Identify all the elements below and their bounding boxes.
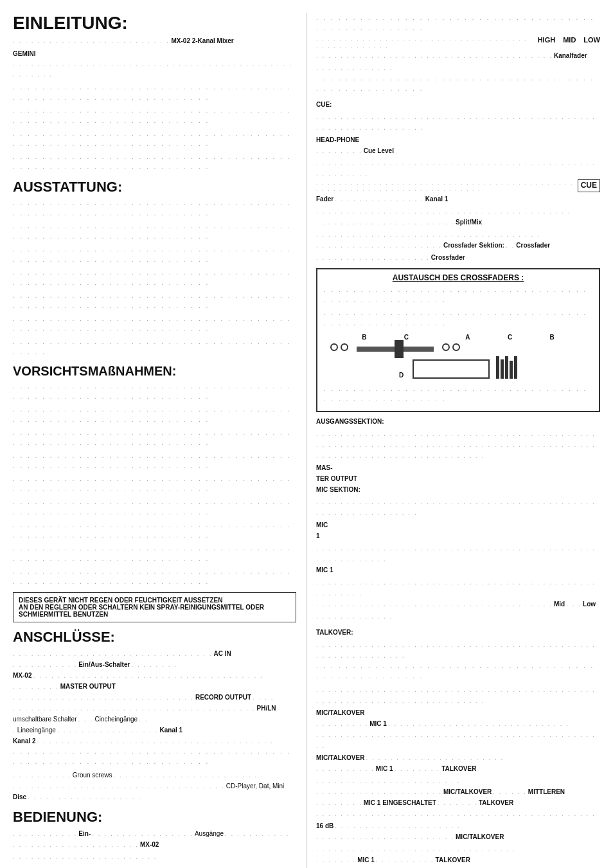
anschlusse-line11: . . . . . . . . . . . . . . . . . . . . …: [13, 781, 296, 791]
kanal1-right-ref: Kanal 1: [425, 194, 449, 204]
gemini-block: GEMINI . . . . . . . . . . . . . . . . .…: [13, 49, 296, 80]
left-column: EINLEITUNG: . . . . . . . . . . . . . . …: [13, 13, 306, 868]
hml-header: . . . . . . . . . . . . . . . . . . . . …: [316, 36, 600, 49]
comb-2: [501, 359, 504, 379]
cd-player-label: CD-Player, Dat, Mini: [226, 781, 285, 791]
comb-5: [514, 356, 517, 379]
mic1-eingeschaltet-label: MIC 1 EINGESCHALTET: [364, 797, 436, 808]
fader-kanal1-line: Fader . . . . . . . . . . . . . . . Kana…: [316, 194, 600, 217]
lineeing-label: Lineeingänge: [17, 725, 56, 736]
anschlusse-line6: . . . . . . . . . . . . . . . . . . . . …: [13, 703, 296, 714]
ac-in-label: AC IN: [214, 648, 231, 659]
anschlusse-line5: . . . . . . . . . . . . . . . . . . . . …: [13, 692, 296, 703]
bedienung-dots1: . . . . . . . . . . . . . . . . . . . . …: [13, 862, 296, 868]
vorsicht-dots7: . . . . . . . . . . . . . . . . . . . . …: [13, 520, 296, 541]
warning-text-1: DIESES GERÄT NICHT REGEN ODER FEUCHTIGKE…: [19, 597, 290, 604]
mic-talkover-line1: . . . . . . . . . . . . . . . . . . . . …: [316, 684, 600, 718]
bedienung-line2: . . . . . . . . . . . . . . . . . . . . …: [13, 839, 296, 862]
cinch-label: Cincheingänge: [94, 714, 138, 725]
anschlusse-title: ANSCHLÜSSE:: [13, 629, 296, 646]
vorsicht-dots4: . . . . . . . . . . . . . . . . . . . . …: [13, 451, 296, 471]
right-top-section: . . . . . . . . . . . . . . . . . . . . …: [316, 13, 600, 94]
cf-rect: [413, 359, 490, 379]
talkover-section: TALKOVER: . . . . . . . . . . . . . . . …: [316, 627, 600, 868]
mic1-ref: 1: [316, 530, 320, 541]
austausch-dots1: . . . . . . . . . . . . . . . . . . . . …: [324, 285, 592, 305]
anschlusse-line4: . . . . . . . . MASTER OUTPUT: [13, 681, 296, 692]
dots-2: . . . . . . . . . . . . . . . . . . . . …: [13, 59, 296, 80]
main-page: EINLEITUNG: . . . . . . . . . . . . . . …: [0, 0, 613, 868]
record-output-label: RECORD OUTPUT: [195, 692, 251, 703]
mic1-talkover2-label: MIC 1: [376, 763, 393, 774]
mic-talkover-line2: . . . . . . . . . . . . . . . . . . . . …: [316, 729, 600, 763]
ph-ln-label: PH/LN: [257, 703, 276, 714]
mx02-label: MX-02: [13, 670, 31, 681]
cf-c2-label: C: [508, 334, 512, 341]
cf-d-label: D: [399, 372, 404, 379]
vorsicht-dots8: . . . . . . . . . . . . . . . . . . . . …: [13, 543, 296, 564]
mic1-talkover-line: . . . . . . . . . MIC 1 . . . . . . . . …: [316, 718, 600, 729]
comb-3: [505, 356, 508, 379]
crossfader2-label: Crossfader: [431, 252, 465, 263]
einleitung-dots2: . . . . . . . . . . . . . . . . . . . . …: [13, 105, 296, 126]
ausstattung-dots6: . . . . . . . . . . . . . . . . . . . . …: [13, 314, 296, 334]
mic1-full-label: MIC 1: [316, 565, 333, 575]
ausgange-label: Ausgänge: [195, 828, 224, 839]
split-mix-line: . . . . . . . . . . . . . . . . . . . . …: [316, 217, 600, 240]
crossfader-diagram: B C A C B: [324, 334, 592, 379]
kanalfader-right-label: Kanalfader: [554, 50, 587, 61]
cue-label: CUE:: [316, 99, 332, 110]
anschlusse-line12: Disc . . . . . . . . . . . . . . . . . .…: [13, 791, 296, 802]
16db1-label: 16 dB: [316, 820, 333, 831]
cf-slider-handle: [395, 340, 404, 358]
disc-label: Disc: [13, 791, 26, 802]
ausstattung-dots2: . . . . . . . . . . . . . . . . . . . . …: [13, 221, 296, 242]
bedienung-line1: . . . . . . . . . . . Ein- . . . . . . .…: [13, 828, 296, 839]
crossfader-label: Crossfader: [516, 240, 550, 251]
austausch-title: AUSTAUSCH DES CROSSFADERS :: [324, 273, 592, 282]
talkover4-label: TALKOVER: [436, 854, 470, 865]
cf-comb: [496, 356, 517, 379]
talkover2-label: TALKOVER: [441, 763, 476, 774]
mic-talkover3-label: MIC/TALKOVER: [443, 786, 492, 797]
mic-talkover-mittleren-line: . . . . . . . . . . . . . . . . . . . . …: [316, 786, 600, 797]
kanalfader-right-line: . . . . . . . . . . . . . . . . . . . . …: [316, 50, 600, 73]
comb-1: [496, 356, 499, 379]
ausstattung-dots5: . . . . . . . . . . . . . . . . . . . . …: [13, 291, 296, 311]
talkover-dots1: . . . . . . . . . . . . . . . . . . . . …: [316, 661, 600, 682]
master-output-label: MASTER OUTPUT: [60, 681, 116, 692]
mittleren-label: MITTLEREN: [528, 786, 565, 797]
cf-right-circles: [442, 343, 460, 351]
mic-talkover-label1: MIC/TALKOVER: [316, 707, 364, 718]
cue-badge-row: . . . . . . . . . . . . . . . . . . . . …: [316, 179, 600, 192]
einleitung-dots: . . . . . . . . . . . . . . . . . . . . …: [13, 82, 296, 103]
cf-b1-label: B: [362, 334, 366, 341]
low-ref-label: Low: [583, 599, 596, 610]
mic1-talkover3-line: . . . . . . . MIC 1 . . . . . . . . . . …: [316, 854, 600, 868]
vorsicht-section: VORSICHTSMAßNAHMEN: . . . . . . . . . . …: [13, 364, 296, 622]
r-dots2: . . . . . . . . . . . . . . . . . . . . …: [316, 73, 600, 94]
anschlusse-line10: . . . . . . . . . . Groun screws . . . .…: [13, 770, 296, 781]
dots-1: . . . . . . . . . . . . . . . . . . . . …: [13, 36, 170, 46]
comb-4: [510, 361, 513, 379]
einleitung-dots3: . . . . . . . . . . . . . . . . . . . . …: [13, 129, 296, 149]
mic1-full-line: MIC 1 . . . . . . . . . . . . . . . . . …: [316, 565, 600, 599]
cf-c1-label: C: [404, 334, 409, 341]
anschlusse-line3: MX-02 . . . . . . . . . . . . . . . . . …: [13, 670, 296, 681]
talkover-main-line: TALKOVER: . . . . . . . . . . . . . . . …: [316, 627, 600, 661]
umschalt-label: umschaltbare Schalter: [13, 714, 77, 725]
mid-right: MID: [563, 36, 576, 49]
austausch-dots2: . . . . . . . . . . . . . . . . . . . . …: [324, 308, 592, 329]
anschlusse-line8: . Lineeingänge . . . . . . . . . . . . .…: [13, 725, 296, 736]
bedienung-section: BEDIENUNG: . . . . . . . . . . . Ein- . …: [13, 809, 296, 868]
cf-rail: [357, 347, 434, 352]
warning-text-2: AN DEN REGLERN ODER SCHALTERN KEIN SPRAY…: [19, 604, 290, 618]
mic-sektion-label: MIC SEKTION:: [316, 484, 360, 495]
vorsicht-dots2: . . . . . . . . . . . . . . . . . . . . …: [13, 404, 296, 425]
mic-label: MIC: [316, 520, 328, 530]
model-label: MX-02 2-Kanal Mixer: [171, 37, 233, 44]
cf-circle-l2: [341, 343, 348, 351]
vorsicht-dots3: . . . . . . . . . . . . . . . . . . . . …: [13, 428, 296, 448]
mid-ref-label: Mid: [554, 599, 565, 610]
bedienung-title: BEDIENUNG:: [13, 809, 296, 826]
